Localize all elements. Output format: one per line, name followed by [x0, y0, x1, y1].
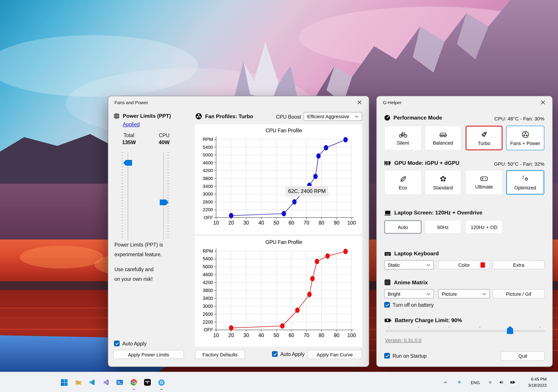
tray-show-hidden-button[interactable] — [441, 377, 450, 387]
tray-battery-button[interactable] — [507, 377, 518, 387]
svg-text:4600: 4600 — [203, 160, 213, 165]
color-swatch — [480, 262, 485, 268]
cpu-fan-chart[interactable]: RPM540050004600420038003400300026002200O… — [195, 124, 362, 234]
powershell-button[interactable] — [113, 375, 126, 390]
optimized-gear-icon — [521, 175, 529, 183]
svg-text:70: 70 — [304, 220, 309, 226]
turn-off-on-battery-checkbox[interactable] — [384, 302, 390, 308]
tray-language-button[interactable]: ENG — [468, 377, 482, 387]
gauge-icon — [384, 115, 390, 121]
chevron-up-icon — [444, 381, 447, 384]
power-auto-apply-checkbox[interactable] — [114, 341, 120, 346]
cpu-chip-icon — [113, 113, 120, 119]
version-link[interactable]: Version: 0.31.0.0 — [385, 337, 421, 343]
keyboard-extra-button[interactable]: Extra — [492, 260, 545, 269]
battery-slider[interactable] — [385, 325, 545, 336]
ghelper-close-button[interactable] — [536, 98, 550, 107]
tray-wifi-button[interactable] — [486, 377, 495, 387]
anime-picture-gif-button[interactable]: Picture / Gif — [492, 289, 545, 298]
screen-button-60hz[interactable]: 60Hz — [425, 220, 461, 234]
gpu-temp-fan-status: GPU: 50°C - Fan: 32% — [494, 161, 544, 167]
ghelper-taskbar-button[interactable]: G — [155, 375, 167, 390]
mode-button-label: Ultimate — [475, 184, 493, 189]
laptop-screen-icon — [384, 210, 391, 216]
battery-slider-track[interactable] — [385, 330, 545, 332]
power-limits-header-row: Power Limits (PPT) — [113, 113, 171, 119]
tray-ghelper-button[interactable]: G — [455, 378, 463, 386]
svg-text:40: 40 — [259, 220, 264, 226]
tray-volume-button[interactable] — [496, 377, 506, 387]
power-limits-header: Power Limits (PPT) — [123, 113, 171, 119]
gpu-button-ultimate[interactable]: Ultimate — [466, 170, 503, 195]
screen-button-120hz-od[interactable]: 120Hz + OD — [466, 220, 503, 234]
tray-clock[interactable]: 6:45 PM 3/18/2023 — [522, 375, 549, 390]
mode-button-silent[interactable]: Silent — [384, 126, 422, 150]
mode-button-label: Auto — [398, 224, 408, 230]
chrome-button[interactable] — [127, 375, 140, 390]
factory-defaults-button[interactable]: Factory Defaults — [195, 350, 245, 359]
run-on-startup-label: Run on Startup — [392, 353, 427, 358]
keyboard-color-button[interactable]: Color — [438, 260, 490, 269]
power-auto-apply-label: Auto Apply — [122, 341, 147, 346]
start-button[interactable] — [58, 375, 70, 390]
taskbar: G G ENG — [0, 372, 558, 392]
desktop: Fans and Power Power Limits (PPT) Applie… — [0, 0, 558, 392]
visual-studio-button[interactable] — [100, 375, 112, 390]
total-slider-label: Total — [119, 133, 139, 138]
fan-profiles-header: Fan Profiles: Turbo — [205, 113, 253, 119]
running-indicator — [160, 389, 163, 390]
fans-window-titlebar[interactable]: Fans and Power — [108, 96, 369, 108]
anime-mode-dropdown[interactable]: Picture — [438, 289, 490, 298]
total-slider-value: 135W — [119, 139, 139, 145]
gpu-fan-chart[interactable]: RPM540050004600420038003400300026002200O… — [195, 236, 362, 347]
laptop-keyboard-header: Laptop Keyboard — [394, 250, 439, 257]
gpu-button-eco[interactable]: Eco — [384, 170, 422, 195]
vscode-button[interactable] — [86, 375, 98, 390]
apply-power-limits-button[interactable]: Apply Power Limits — [113, 350, 184, 359]
chevron-down-icon — [427, 292, 430, 295]
file-explorer-icon — [75, 378, 82, 387]
fan-auto-apply-checkbox[interactable] — [272, 351, 278, 357]
total-slider-thumb[interactable] — [123, 160, 132, 166]
quit-button[interactable]: Quit — [501, 351, 545, 361]
mode-button-turbo[interactable]: Turbo — [466, 126, 503, 150]
cpu-boost-dropdown[interactable]: Efficient Aggressive — [304, 112, 362, 121]
fan-power-icon — [521, 130, 529, 138]
performance-header-row: Performance Mode — [384, 115, 442, 121]
mode-button-balanced[interactable]: Balanced — [425, 126, 461, 150]
mode-button-fans-power[interactable]: Fans + Power — [506, 126, 544, 150]
svg-text:4200: 4200 — [203, 168, 213, 173]
battery-bolt-icon — [384, 317, 392, 324]
gpu-mode-header-row: GPU Mode: iGPU + dGPU — [384, 160, 459, 166]
applied-link[interactable]: Applied — [123, 122, 140, 127]
svg-text:G: G — [459, 381, 460, 383]
svg-text:20: 20 — [228, 333, 234, 338]
anime-brightness-dropdown[interactable]: Bright — [384, 289, 434, 298]
gpu-button-optimized[interactable]: Optimized — [506, 170, 544, 195]
svg-text:5000: 5000 — [203, 264, 213, 269]
ghelper-titlebar[interactable]: G-Helper — [377, 96, 552, 108]
svg-text:5000: 5000 — [203, 152, 213, 157]
svg-text:4600: 4600 — [203, 272, 213, 277]
svg-text:80: 80 — [319, 333, 324, 338]
svg-text:50: 50 — [273, 333, 279, 338]
close-icon — [541, 100, 545, 105]
apply-fan-curve-button[interactable]: Apply Fan Curve — [307, 350, 362, 359]
battery-slider-thumb[interactable] — [507, 326, 513, 334]
fans-window-close-button[interactable] — [353, 98, 366, 107]
cpu-slider-value: 40W — [154, 139, 174, 145]
file-explorer-button[interactable] — [72, 375, 84, 390]
cpu-boost-value: Efficient Aggressive — [307, 114, 349, 119]
cpu-slider-thumb[interactable] — [160, 200, 169, 205]
screen-button-auto[interactable]: Auto — [384, 220, 422, 234]
keyboard-mode-dropdown[interactable]: Static — [384, 260, 434, 269]
total-slider-ticks — [122, 152, 123, 240]
run-on-startup-row: Run on Startup — [384, 353, 427, 359]
svg-text:62C, 2400 RPM: 62C, 2400 RPM — [288, 188, 326, 194]
tidal-button[interactable] — [141, 375, 154, 390]
bicycle-icon — [399, 131, 407, 138]
gpu-button-standard[interactable]: Standard — [425, 170, 461, 195]
cpu-power-slider[interactable] — [163, 152, 164, 240]
svg-text:10: 10 — [213, 220, 219, 226]
run-on-startup-checkbox[interactable] — [384, 353, 390, 359]
